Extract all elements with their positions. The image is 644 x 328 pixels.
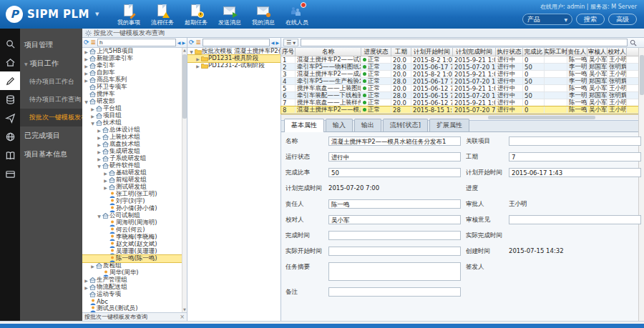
org-tree-search-input[interactable] (97, 39, 176, 46)
org-tree-item[interactable]: 运动专项 (82, 291, 182, 298)
sidebar-item-entry[interactable]: 项目基本信息 (20, 145, 82, 164)
field-input[interactable]: 2015-06-17 1:43 (509, 168, 641, 177)
view-options-button[interactable]: ☰ ▼ (283, 39, 298, 46)
field-input[interactable] (509, 215, 641, 224)
org-tree-item[interactable]: ▶项目组 (82, 112, 182, 119)
tab-inactive[interactable]: 输出 (354, 119, 381, 131)
org-tree-scrollbar[interactable]: ▲ ▼ (182, 48, 187, 312)
rail-edit-button[interactable] (0, 71, 20, 90)
collapsed-arrow-icon[interactable]: ▶ (90, 114, 95, 119)
collapsed-arrow-icon[interactable]: ▶ (97, 156, 102, 161)
collapsed-arrow-icon[interactable]: ▶ (195, 56, 200, 61)
org-tree-item[interactable]: ▼研发部 (82, 98, 182, 105)
collapsed-arrow-icon[interactable]: ▶ (97, 149, 102, 154)
rail-book-button[interactable] (0, 146, 20, 164)
field-input[interactable] (328, 247, 461, 256)
table-row[interactable]: 3混凝土搅拌车P2——成品检验发布正常20.02015-8-2 1:0..201… (281, 71, 638, 78)
column-header[interactable]: 责任人 (567, 48, 587, 56)
column-header[interactable]: 序号 (281, 48, 296, 56)
toolbar-button-mail-box[interactable]: 我的消息 (246, 2, 280, 28)
column-header[interactable]: 计划开始时间 (411, 48, 453, 56)
refresh-icon[interactable]: ⟳ (84, 39, 89, 46)
field-input[interactable]: 混凝土搅拌车P2——模具水箱任务分发布1 (328, 136, 461, 146)
expanded-arrow-icon[interactable]: ▼ (84, 99, 89, 104)
collapsed-arrow-icon[interactable]: ▶ (103, 185, 108, 190)
expanded-arrow-icon[interactable]: ▼ (97, 164, 102, 169)
collapsed-arrow-icon[interactable]: ▶ (84, 278, 89, 283)
collapsed-arrow-icon[interactable]: ▶ (97, 135, 102, 140)
tab-inactive[interactable]: 扩展属性 (429, 119, 469, 131)
expanded-arrow-icon[interactable]: ▼ (189, 49, 194, 54)
column-header[interactable]: 完成比 (523, 48, 545, 56)
toolbar-button-people[interactable]: 在线人员 (280, 2, 313, 28)
column-header[interactable]: 审核人 (587, 48, 608, 56)
search-button[interactable]: 搜索 (576, 14, 605, 25)
tab-inactive[interactable]: 输入 (326, 119, 353, 131)
next-arrow-icon[interactable]: ▶ (275, 40, 279, 45)
field-input[interactable] (328, 287, 461, 297)
tab-active[interactable]: 基本属性 (284, 119, 324, 132)
column-header[interactable]: 进度状态 (361, 48, 391, 56)
rail-search-button[interactable] (0, 34, 20, 53)
sidebar-item-entry[interactable]: 已完成项目 (20, 126, 82, 145)
table-row-selected[interactable]: 8混凝土搅拌车P2——模具水箱分发布正常282015-8-15 1:432015… (281, 106, 638, 114)
chevron-down-icon[interactable]: ▼ (95, 11, 99, 17)
refresh-icon[interactable]: ⟳ (189, 39, 195, 46)
field-input[interactable] (328, 262, 461, 281)
org-tree-item[interactable]: ▶平台组 (82, 105, 182, 112)
rail-card-button[interactable] (0, 164, 20, 183)
collapsed-arrow-icon[interactable]: ▶ (84, 56, 89, 61)
table-row[interactable]: 4牵引车P5——生产检验发布正常28.02015-06-17 7:232015-… (281, 78, 638, 85)
sidebar-item-entry[interactable]: ▼项目工作 (20, 54, 82, 73)
collapsed-arrow-icon[interactable]: ▶ (103, 178, 108, 183)
field-input[interactable] (509, 136, 641, 146)
toolbar-button-mail-send[interactable]: 发送消息 (213, 2, 246, 28)
field-input[interactable]: 7 (509, 152, 641, 161)
tab-inactive[interactable]: 流转[状态] (383, 119, 428, 131)
sidebar-item-active[interactable]: 按批次一键模板发布查询 (20, 109, 82, 126)
rail-home-button[interactable] (0, 53, 20, 71)
prev-arrow-icon[interactable]: ◀ (177, 40, 181, 45)
search-scope-dropdown[interactable]: 产品 ▼ (522, 14, 572, 25)
collapsed-arrow-icon[interactable]: ▶ (84, 285, 89, 290)
collapsed-arrow-icon[interactable]: ▶ (90, 106, 95, 111)
sidebar-item-entry[interactable]: 项目管理 (20, 36, 82, 54)
toolbar-button-doc-clock[interactable]: 超期任务 (179, 2, 213, 28)
collapsed-arrow-icon[interactable]: ▶ (103, 171, 108, 176)
column-header[interactable]: 执行状态 (496, 48, 523, 56)
filter-icon[interactable]: ≣ (91, 39, 97, 46)
rail-send-button[interactable] (0, 109, 20, 127)
table-row[interactable]: 1混凝土搅拌车P2——试验报告发布正常20.02015-8-2 1:0..201… (281, 56, 638, 64)
field-input[interactable]: 进行中 (328, 152, 461, 161)
plan-tree-item[interactable]: ▶PD1231-2-试制阶段 (187, 62, 280, 69)
filter-icon[interactable]: ≣ (196, 39, 202, 46)
collapsed-arrow-icon[interactable]: ▶ (84, 71, 89, 76)
table-row[interactable]: 2牵引车P5——物料图纸发布正常28.02015-06-17 7:232015-… (281, 64, 638, 71)
table-row[interactable]: 6牵引车装配——下线检验发布正常28.02015-06-15 7:432015-… (281, 92, 638, 99)
org-tree-item[interactable]: 测试员(测试员) (82, 305, 182, 312)
collapsed-arrow-icon[interactable]: ▶ (84, 49, 89, 54)
rail-database-button[interactable] (0, 90, 20, 109)
prev-arrow-icon[interactable]: ◀ (271, 40, 275, 45)
collapsed-arrow-icon[interactable]: ▶ (97, 128, 102, 133)
collapsed-arrow-icon[interactable]: ▶ (84, 78, 89, 83)
expanded-arrow-icon[interactable]: ▼ (97, 214, 102, 219)
app-logo[interactable]: P SIPM PLM ▼ (0, 6, 106, 23)
collapsed-arrow-icon[interactable]: ▶ (195, 64, 200, 69)
sidebar-item-entry[interactable]: 待办项目工作台 (20, 73, 82, 91)
task-search-input[interactable] (301, 39, 628, 46)
column-header[interactable]: 名称 (296, 48, 361, 56)
org-tree-item-selected[interactable]: 陈一鸣(陈一鸣) (82, 255, 182, 262)
search-icon[interactable] (630, 39, 637, 46)
column-header[interactable]: 计划完成时间 (453, 48, 496, 56)
column-header[interactable]: 工期 (391, 48, 411, 56)
field-input[interactable]: 陈一鸣 (328, 199, 461, 209)
plan-tree-search-input[interactable] (203, 39, 270, 46)
close-icon[interactable]: × (180, 314, 185, 320)
bottom-tab[interactable]: 按批次一键模板发布查询 × (82, 312, 187, 321)
collapsed-arrow-icon[interactable]: ▶ (90, 264, 95, 269)
collapsed-arrow-icon[interactable]: ▶ (84, 64, 89, 69)
field-input[interactable]: 50 (328, 168, 461, 177)
table-row[interactable]: 5搅拌车底盘——上装图纸发布正常20.02015-06-12 7:432015-… (281, 85, 638, 92)
field-input[interactable]: 吴小军 (328, 215, 461, 224)
